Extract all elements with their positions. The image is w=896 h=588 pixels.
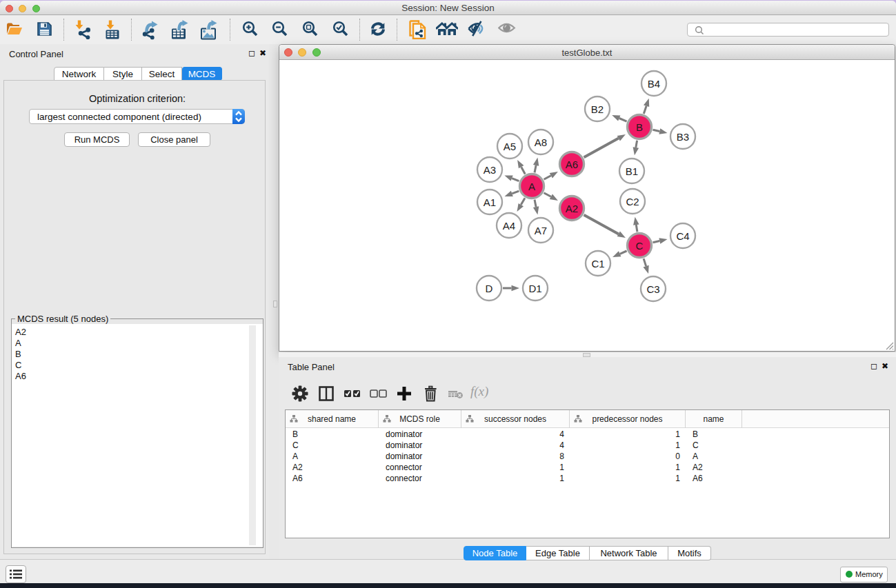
svg-text:D1: D1 bbox=[528, 283, 541, 294]
svg-text:A7: A7 bbox=[535, 225, 547, 236]
svg-text:A8: A8 bbox=[535, 136, 547, 148]
svg-text:A1: A1 bbox=[484, 196, 496, 208]
svg-text:A4: A4 bbox=[503, 220, 515, 232]
svg-text:B4: B4 bbox=[648, 78, 660, 90]
svg-text:D: D bbox=[486, 283, 493, 294]
svg-text:B: B bbox=[636, 121, 643, 133]
svg-text:A: A bbox=[528, 181, 535, 192]
svg-text:C1: C1 bbox=[591, 258, 604, 270]
svg-text:A5: A5 bbox=[504, 141, 516, 152]
svg-text:B3: B3 bbox=[677, 131, 689, 143]
svg-text:B2: B2 bbox=[591, 103, 604, 115]
svg-text:A6: A6 bbox=[566, 159, 578, 170]
svg-text:C3: C3 bbox=[646, 283, 659, 295]
svg-text:C2: C2 bbox=[626, 196, 639, 207]
svg-text:C4: C4 bbox=[676, 230, 689, 242]
svg-text:C: C bbox=[636, 240, 644, 252]
svg-text:A2: A2 bbox=[566, 203, 578, 214]
svg-text:A3: A3 bbox=[484, 164, 496, 176]
svg-text:B1: B1 bbox=[626, 165, 638, 177]
